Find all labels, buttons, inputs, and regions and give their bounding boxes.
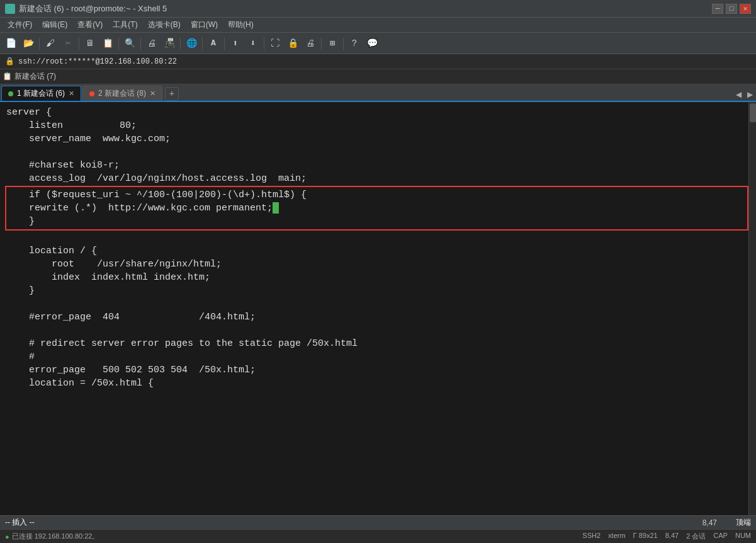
menu-edit[interactable]: 编辑(E) [37, 18, 72, 31]
fullscreen-button[interactable]: ⛶ [267, 35, 283, 52]
new-session-button[interactable]: 📄 [3, 35, 19, 52]
line-1: server { [6, 107, 52, 118]
toolbar-sep-3 [118, 37, 119, 50]
cursor-position: 8,47 [702, 518, 717, 527]
num-label: NUM [735, 532, 751, 541]
ssh-label: SSH2 [582, 532, 601, 541]
menu-window[interactable]: 窗口(W) [186, 18, 223, 31]
tab-2-label: 2 新建会话 (8) [98, 88, 146, 99]
tab-add-button[interactable]: + [165, 87, 179, 101]
toolbar-sep-5 [180, 37, 181, 50]
chat-button[interactable]: 💬 [364, 35, 380, 52]
line-6: access_log /var/log/nginx/host.access.lo… [6, 173, 307, 184]
line-19: error_page 500 502 503 504 /50x.html; [6, 365, 256, 375]
copy-screen-button[interactable]: 📋 [99, 35, 116, 52]
tab-1-close[interactable]: ✕ [69, 89, 74, 98]
tabs-bar: 1 新建会话 (6) ✕ 2 新建会话 (8) ✕ + ◀ ▶ [0, 84, 756, 102]
toolbar-sep-9 [321, 37, 322, 50]
window-title: 新建会话 (6) - root@promote:~ - Xshell 5 [19, 3, 167, 14]
bottom-right-info: SSH2 xterm Γ 89x21 8,47 2 会话 CAP NUM [582, 532, 751, 541]
bookmark-icon: 📋 [3, 72, 12, 81]
toolbar-sep-4 [140, 37, 141, 50]
cut-button[interactable]: ✂ [60, 35, 76, 52]
print-button[interactable]: 🖨 [144, 35, 160, 52]
close-button[interactable]: ✕ [740, 4, 751, 14]
tab-dot-green-1 [8, 91, 13, 96]
line-14 [6, 299, 12, 309]
session-bar: 📋 新建会话 (7) [0, 69, 756, 84]
terminal-content: server { listen 80; server_name www.kgc.… [6, 106, 747, 390]
menu-tabs[interactable]: 选项卡(B) [143, 18, 186, 31]
tab-dot-red-2 [89, 91, 94, 96]
insert-mode-label: -- 插入 -- [5, 517, 35, 528]
line-15: #error_page 404 /404.html; [6, 312, 256, 323]
toolbar-sep-10 [343, 37, 344, 50]
tabs-nav: ◀ ▶ [733, 88, 755, 101]
size-label: Γ 89x21 [633, 532, 658, 541]
tab-2-close[interactable]: ✕ [150, 89, 155, 98]
lock-button[interactable]: 🔒 [285, 35, 301, 52]
cursor [273, 202, 279, 214]
address-url: ssh://root:******@192.168.100.80:22 [18, 57, 177, 66]
connection-info: 已连接 192.168.100.80:22。 [12, 532, 99, 541]
lock-icon: 🔒 [5, 57, 14, 66]
download-button[interactable]: ⬇ [245, 35, 261, 52]
tabs-prev-button[interactable]: ◀ [733, 88, 743, 101]
line-17: # redirect server error pages to the sta… [6, 338, 358, 349]
top-label: 顶端 [736, 517, 751, 528]
xterm-label: xterm [608, 532, 626, 541]
line-11: root /usr/share/nginx/html; [6, 259, 222, 270]
globe-button[interactable]: 🌐 [183, 35, 200, 52]
menu-view[interactable]: 查看(V) [72, 18, 108, 31]
line-3: server_name www.kgc.com; [6, 134, 171, 144]
caps-label: CAP [713, 532, 728, 541]
line-12: index index.html index.htm; [6, 272, 210, 283]
tabs-next-button[interactable]: ▶ [745, 88, 755, 101]
app-icon [5, 4, 15, 14]
tab-1[interactable]: 1 新建会话 (6) ✕ [1, 86, 81, 101]
tab-2[interactable]: 2 新建会话 (8) ✕ [82, 86, 162, 101]
minimize-button[interactable]: ─ [712, 4, 723, 14]
bottom-bar: ● 已连接 192.168.100.80:22。 SSH2 xterm Γ 89… [0, 529, 756, 543]
toolbar-sep-6 [202, 37, 203, 50]
pos-label: 8,47 [665, 532, 679, 541]
connection-status: ● [5, 533, 9, 540]
vim-status-bar: -- 插入 -- 8,47 顶端 [0, 515, 756, 529]
help-button[interactable]: ? [346, 35, 363, 52]
screen-button[interactable]: 🖥 [82, 35, 98, 52]
tab-1-label: 1 新建会话 (6) [17, 88, 65, 99]
line-16 [6, 325, 12, 336]
font-button[interactable]: A [205, 35, 222, 52]
line-4 [6, 147, 12, 157]
menu-help[interactable]: 帮助(H) [223, 18, 259, 31]
upload-button[interactable]: ⬆ [227, 35, 244, 52]
scrollbar[interactable] [748, 102, 756, 515]
search-button[interactable]: 🔍 [121, 35, 138, 52]
title-bar: 新建会话 (6) - root@promote:~ - Xshell 5 ─ □… [0, 0, 756, 18]
menu-bar: 文件(F) 编辑(E) 查看(V) 工具(T) 选项卡(B) 窗口(W) 帮助(… [0, 18, 756, 33]
address-bar: 🔒 ssh://root:******@192.168.100.80:22 [0, 54, 756, 69]
line-20: location = /50x.html { [6, 378, 154, 389]
menu-file[interactable]: 文件(F) [3, 18, 37, 31]
line-5: #charset koi8-r; [6, 160, 120, 171]
toolbar: 📄 📂 🖌 ✂ 🖥 📋 🔍 🖨 📠 🌐 A ⬆ ⬇ ⛶ 🔒 🖨 ⊞ ? 💬 [0, 33, 756, 54]
sessions-label: 2 会话 [686, 532, 706, 541]
line-13: } [6, 285, 35, 296]
menu-tools[interactable]: 工具(T) [108, 18, 142, 31]
line-7-highlight: if ($request_uri ~ ^/100-(100|200)-(\d+)… [5, 186, 748, 231]
open-button[interactable]: 📂 [20, 35, 37, 52]
restore-button[interactable]: □ [726, 4, 737, 14]
toolbar-sep-7 [224, 37, 225, 50]
layout-button[interactable]: ⊞ [324, 35, 341, 52]
print3-button[interactable]: 🖨 [302, 35, 319, 52]
scrollbar-thumb [750, 103, 756, 122]
brush-button[interactable]: 🖌 [42, 35, 59, 52]
toolbar-sep-1 [39, 37, 40, 50]
toolbar-sep-2 [79, 37, 79, 50]
line-18: # [6, 352, 35, 362]
line-2: listen 80; [6, 120, 137, 131]
toolbar-sep-8 [264, 37, 264, 50]
print2-button[interactable]: 📠 [161, 35, 178, 52]
terminal-area[interactable]: server { listen 80; server_name www.kgc.… [0, 102, 756, 515]
session-label: 新建会话 (7) [14, 71, 56, 82]
